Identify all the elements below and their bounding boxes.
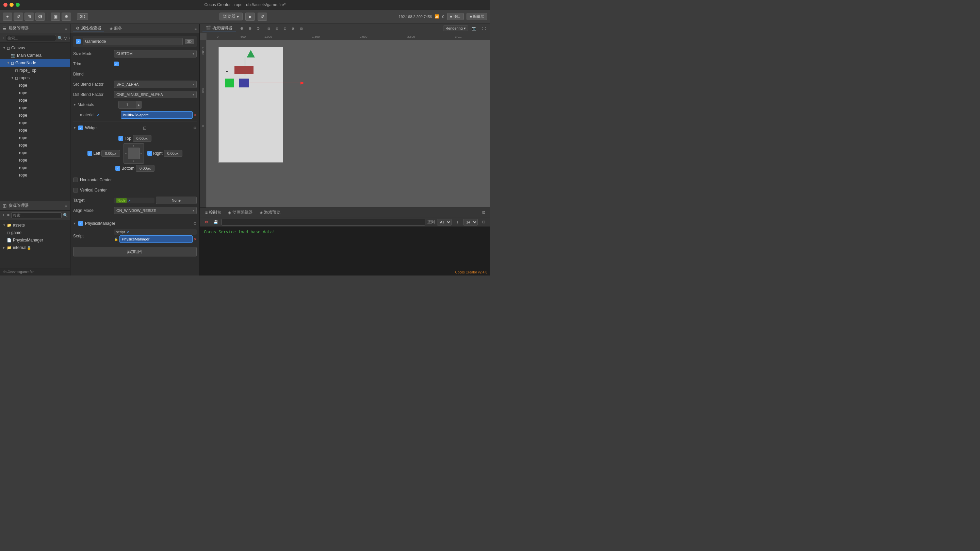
asset-item-physics-manager[interactable]: 📄 PhysicsManager	[0, 237, 70, 244]
tree-item-canvas[interactable]: ▼ ◻ Canvas	[0, 44, 70, 52]
project-button[interactable]: ■ 项目	[447, 13, 464, 20]
ruler-h-icon[interactable]: ⊟	[265, 25, 272, 32]
node-name-input[interactable]	[83, 38, 183, 45]
widget-left-checkbox[interactable]: ✓	[88, 151, 92, 156]
target-node-link-icon[interactable]: ↗	[128, 198, 130, 202]
toolbar-3d-button[interactable]: 3D	[77, 13, 88, 20]
widget-settings-icon[interactable]: ⚙	[193, 126, 197, 130]
widget-bottom-checkbox[interactable]: ✓	[115, 166, 120, 171]
ruler-v-icon[interactable]: ⊞	[273, 25, 281, 32]
assets-search-icon[interactable]: 🔍	[63, 212, 68, 218]
target-value-input[interactable]	[156, 197, 197, 204]
size-mode-select[interactable]: CUSTOM ▾	[114, 50, 197, 57]
minimize-button[interactable]	[10, 3, 14, 7]
align-icon[interactable]: ⊟	[298, 25, 305, 32]
browser-button[interactable]: 浏览器 ▾	[220, 13, 243, 21]
snap-icon[interactable]: ⊠	[290, 25, 297, 32]
zoom-in-icon[interactable]: ⊕	[238, 25, 245, 32]
list-item[interactable]: rope	[0, 119, 70, 127]
hierarchy-menu-icon[interactable]: ≡	[65, 27, 67, 30]
script-remove-button[interactable]: ×	[194, 237, 197, 242]
tab-inspector[interactable]: ⚙ 属性检查器	[73, 24, 104, 32]
widget-bottom-input[interactable]	[136, 165, 154, 172]
script-input[interactable]: PhysicsManager	[119, 235, 192, 243]
vertical-center-checkbox[interactable]	[73, 188, 78, 192]
src-blend-select[interactable]: SRC_ALPHA ▾	[114, 81, 197, 88]
tree-item-rope-top[interactable]: ◻ rope_Top	[0, 67, 70, 74]
widget-expand-icon[interactable]: ⊡	[143, 125, 147, 130]
maximize-button[interactable]	[16, 3, 20, 7]
console-stop-icon[interactable]: ⊗	[202, 219, 210, 225]
dst-blend-select[interactable]: ONE_MINUS_SRC_ALPHA ▾	[114, 91, 197, 98]
grid-icon[interactable]: ⊡	[282, 25, 289, 32]
tab-game-preview[interactable]: ◈ 游戏预览	[257, 209, 283, 216]
tree-item-gamenode[interactable]: ▼ ◻ GameNode	[0, 59, 70, 67]
widget-left-input[interactable]	[102, 150, 120, 157]
asset-item-game[interactable]: ◻ game	[0, 229, 70, 237]
console-level-select[interactable]: All	[437, 219, 452, 225]
console-font-size-select[interactable]: 14	[463, 219, 478, 225]
editor-button[interactable]: ■ 编辑器	[466, 13, 487, 20]
widget-top-input[interactable]	[133, 135, 151, 142]
camera-icon[interactable]: 📷	[470, 25, 478, 32]
list-item[interactable]: rope	[0, 97, 70, 104]
play-button[interactable]: ▶	[245, 13, 255, 21]
hierarchy-add-button[interactable]: +	[2, 35, 5, 41]
material-link-icon[interactable]: ↗	[96, 113, 99, 117]
widget-right-checkbox[interactable]: ✓	[147, 151, 152, 156]
rendering-select[interactable]: Rendering ▾	[443, 25, 468, 31]
scene-fullscreen-icon[interactable]: ⛶	[480, 25, 487, 32]
scene-viewport[interactable]	[207, 40, 490, 208]
hierarchy-search-icon[interactable]: 🔍	[57, 35, 63, 41]
assets-add-button[interactable]: +	[2, 212, 5, 218]
list-item[interactable]: rope	[0, 164, 70, 171]
asset-item-internal[interactable]: ▶ 📁 internal 🔒	[0, 244, 70, 251]
list-item[interactable]: rope	[0, 82, 70, 89]
widget-right-input[interactable]	[164, 150, 182, 157]
list-item[interactable]: rope	[0, 127, 70, 134]
console-right-expand-icon[interactable]: ⊡	[480, 219, 487, 225]
list-item[interactable]: rope	[0, 141, 70, 149]
toolbar-refresh-button[interactable]: ↺	[14, 13, 23, 21]
trim-checkbox[interactable]: ✓	[114, 62, 119, 66]
materials-count-spinner[interactable]: ▲	[118, 101, 142, 109]
add-component-button[interactable]: 添加组件	[73, 247, 197, 256]
console-T-icon[interactable]: T	[453, 219, 461, 225]
list-item[interactable]: rope	[0, 89, 70, 97]
close-button[interactable]	[3, 3, 8, 7]
node-enable-checkbox[interactable]: ✓	[76, 39, 81, 44]
list-item[interactable]: rope	[0, 171, 70, 179]
physics-settings-icon[interactable]: ⚙	[193, 221, 197, 226]
console-save-icon[interactable]: 💾	[212, 219, 220, 225]
toolbar-screenshot-button[interactable]: 🖼	[35, 13, 45, 21]
list-item[interactable]: rope	[0, 104, 70, 111]
materials-count-input[interactable]	[119, 101, 136, 108]
physics-enable-checkbox[interactable]: ✓	[78, 221, 83, 226]
inspector-menu-icon[interactable]: ≡	[195, 27, 197, 30]
hierarchy-search-input[interactable]	[6, 35, 56, 41]
list-item[interactable]: rope	[0, 111, 70, 119]
hierarchy-filter-icon[interactable]: ▽	[64, 35, 67, 41]
toolbar-fullscreen-button[interactable]: ⊞	[24, 13, 34, 21]
console-expand-icon[interactable]: ⊡	[480, 209, 487, 216]
list-item[interactable]: rope	[0, 149, 70, 156]
list-item[interactable]: rope	[0, 134, 70, 141]
toolbar-add-button[interactable]: +	[3, 13, 12, 21]
materials-count-up[interactable]: ▲	[136, 101, 141, 108]
widget-top-checkbox[interactable]: ✓	[118, 136, 123, 141]
asset-item-assets[interactable]: ▼ 📁 assets	[0, 221, 70, 229]
assets-search-input[interactable]	[11, 212, 62, 218]
script-link-icon[interactable]: ↗	[126, 230, 129, 234]
physics-section-header[interactable]: ▼ ✓ PhysicsManager ⚙	[73, 219, 197, 228]
hierarchy-refresh-icon[interactable]: ↺	[68, 35, 70, 41]
horizontal-center-checkbox[interactable]	[73, 178, 78, 182]
list-item[interactable]: rope	[0, 156, 70, 164]
assets-menu-icon[interactable]: ≡	[65, 204, 67, 208]
console-filter-input[interactable]	[221, 219, 425, 225]
tab-console[interactable]: ≡ 控制台	[202, 209, 224, 216]
scene-editor-tab[interactable]: 🎬 场景编辑器	[202, 24, 236, 32]
tab-service[interactable]: ◈ 服务	[107, 25, 125, 32]
align-mode-select[interactable]: ON_WINDOW_RESIZE ▾	[114, 207, 197, 214]
material-remove-button[interactable]: ×	[194, 112, 197, 118]
widget-section-header[interactable]: ▼ ✓ Widget ⊡ ⚙	[73, 124, 197, 132]
